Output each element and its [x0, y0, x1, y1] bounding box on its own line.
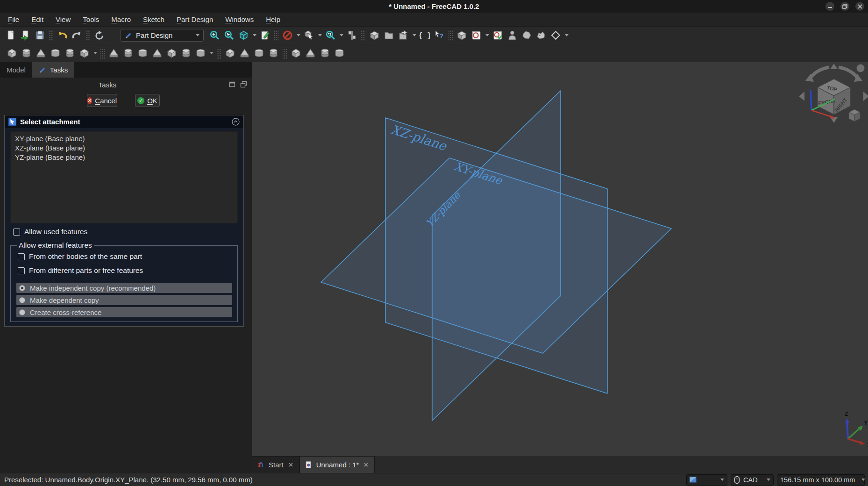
draft-icon[interactable]	[253, 47, 265, 59]
copy-mode-radio-1[interactable]: Make dependent copy	[16, 295, 232, 305]
linear-pattern-icon[interactable]	[304, 47, 316, 59]
create-sketch-icon[interactable]	[470, 29, 482, 42]
minimize-button[interactable]	[825, 2, 834, 11]
edit-sketch-icon[interactable]	[491, 29, 504, 42]
freeview-sphere[interactable]	[857, 64, 865, 72]
expression-icon[interactable]: { }	[419, 29, 431, 42]
menu-help[interactable]: Help	[260, 14, 286, 25]
create-body-icon[interactable]	[455, 29, 468, 42]
hole-icon[interactable]	[122, 47, 134, 59]
draw-style-combo[interactable]	[686, 474, 727, 486]
close-button[interactable]	[855, 2, 864, 11]
additive-loft-icon[interactable]	[35, 47, 47, 59]
subtractive-helix-icon[interactable]	[180, 47, 192, 59]
pocket-icon[interactable]	[107, 47, 120, 59]
refresh-icon[interactable]	[93, 29, 105, 42]
reference-list[interactable]: XY-plane (Base plane)XZ-plane (Base plan…	[10, 131, 238, 223]
chamfer-icon[interactable]	[238, 47, 250, 59]
undo-icon[interactable]	[56, 29, 68, 42]
rotate-right-arrow[interactable]	[839, 67, 857, 78]
copy-mode-radio-2[interactable]: Create cross-reference	[16, 307, 232, 317]
document-tab-unnamed[interactable]: Unnamed : 1*	[299, 456, 375, 473]
workbench-selector[interactable]: Part Design	[121, 29, 204, 42]
navigation-cube[interactable]: TOP FRONT RIGHT	[799, 64, 868, 123]
axonometric-view-icon-dropdown[interactable]	[252, 29, 257, 42]
external-checkbox-0[interactable]: From other bodies of the same part	[18, 252, 142, 261]
menu-view[interactable]: View	[50, 14, 77, 25]
additive-helix-icon[interactable]	[64, 47, 76, 59]
link-make-icon[interactable]	[397, 29, 409, 42]
menu-part-design[interactable]: Part Design	[171, 14, 219, 25]
link-make-icon-dropdown[interactable]	[412, 29, 417, 42]
mini-cube-button[interactable]	[849, 109, 860, 122]
polar-pattern-icon[interactable]	[319, 47, 331, 59]
float-panel-icon[interactable]	[240, 80, 248, 88]
create-part-icon[interactable]	[368, 29, 380, 42]
reference-list-item[interactable]: YZ-plane (Base plane)	[11, 153, 237, 162]
fit-selection-icon[interactable]	[223, 29, 235, 42]
cancel-button[interactable]: ✕ Cancel	[87, 94, 117, 107]
axonometric-view-icon[interactable]	[237, 29, 249, 42]
sync-view-icon[interactable]	[259, 29, 271, 42]
menu-windows[interactable]: Windows	[219, 14, 260, 25]
menu-file[interactable]: File	[2, 14, 25, 25]
rotate-cw-arrow[interactable]	[863, 92, 868, 101]
additive-pipe-icon[interactable]	[49, 47, 61, 59]
menu-tools[interactable]: Tools	[77, 14, 105, 25]
selection-filter-icon[interactable]	[303, 29, 315, 42]
panel-tab-model[interactable]: Model	[0, 62, 32, 78]
thickness-icon[interactable]	[267, 47, 279, 59]
menu-edit[interactable]: Edit	[25, 14, 50, 25]
fillet-icon[interactable]	[224, 47, 236, 59]
validate-sketch-icon[interactable]	[506, 29, 518, 42]
open-document-icon[interactable]	[19, 29, 31, 42]
create-sketch-icon-dropdown[interactable]	[484, 29, 490, 42]
zoom-tools-icon[interactable]	[324, 29, 336, 42]
3d-viewport[interactable]: XZ-plane XY-plane YZ-plane	[252, 62, 868, 456]
close-tab-icon[interactable]	[363, 461, 370, 468]
map-sketch-icon[interactable]	[520, 29, 533, 42]
document-tab-start[interactable]: FStart	[252, 456, 299, 473]
additive-primitive-icon-dropdown[interactable]	[92, 47, 98, 59]
rotate-left-arrow[interactable]	[811, 67, 829, 78]
zoom-tools-icon-dropdown[interactable]	[339, 29, 344, 42]
whats-this-icon[interactable]: ?	[433, 29, 445, 42]
create-datum-icon-dropdown[interactable]	[564, 29, 569, 42]
panel-tab-tasks[interactable]: Tasks	[32, 62, 74, 78]
maximize-button[interactable]	[840, 2, 849, 11]
revolution-icon[interactable]	[20, 47, 32, 59]
copy-mode-radio-0[interactable]: Make independent copy (recommended)	[16, 283, 232, 293]
subtractive-loft-icon[interactable]	[151, 47, 163, 59]
save-document-icon[interactable]	[34, 29, 46, 42]
menu-macro[interactable]: Macro	[105, 14, 137, 25]
reference-list-item[interactable]: XY-plane (Base plane)	[11, 134, 237, 143]
redo-icon[interactable]	[71, 29, 83, 42]
multitransform-icon[interactable]	[333, 47, 345, 59]
groove-icon[interactable]	[136, 47, 149, 59]
undock-panel-icon[interactable]	[228, 80, 236, 88]
reference-list-item[interactable]: XZ-plane (Base plane)	[11, 143, 237, 153]
rotate-ccw-arrow[interactable]	[799, 92, 804, 101]
dimension-combo[interactable]: 156.15 mm x 100.00 mm	[777, 474, 865, 486]
mirrored-icon[interactable]	[290, 47, 302, 59]
subtractive-primitive-icon[interactable]	[194, 47, 206, 59]
new-document-icon[interactable]	[5, 29, 17, 42]
additive-primitive-icon[interactable]	[78, 47, 90, 59]
selection-filter-icon-dropdown[interactable]	[317, 29, 322, 42]
draw-style-icon[interactable]	[281, 29, 293, 42]
ok-button[interactable]: ✓ OK	[135, 94, 160, 107]
navigation-style-combo[interactable]: CAD	[731, 474, 774, 486]
subtractive-pipe-icon[interactable]	[165, 47, 178, 59]
external-checkbox-1[interactable]: From different parts or free features	[18, 266, 143, 275]
sketch-analysis-icon[interactable]	[535, 29, 547, 42]
fit-all-icon[interactable]	[208, 29, 221, 42]
collapse-section-icon[interactable]	[232, 118, 240, 126]
subtractive-primitive-icon-dropdown[interactable]	[209, 47, 214, 59]
close-tab-icon[interactable]	[287, 461, 294, 468]
tilt-up-arrow[interactable]	[830, 64, 838, 69]
create-group-icon[interactable]	[383, 29, 395, 42]
allow-used-features-checkbox[interactable]: Allow used features	[13, 228, 87, 236]
draw-style-icon-dropdown[interactable]	[296, 29, 301, 42]
create-datum-icon[interactable]	[549, 29, 562, 42]
measure-icon[interactable]	[346, 29, 358, 42]
